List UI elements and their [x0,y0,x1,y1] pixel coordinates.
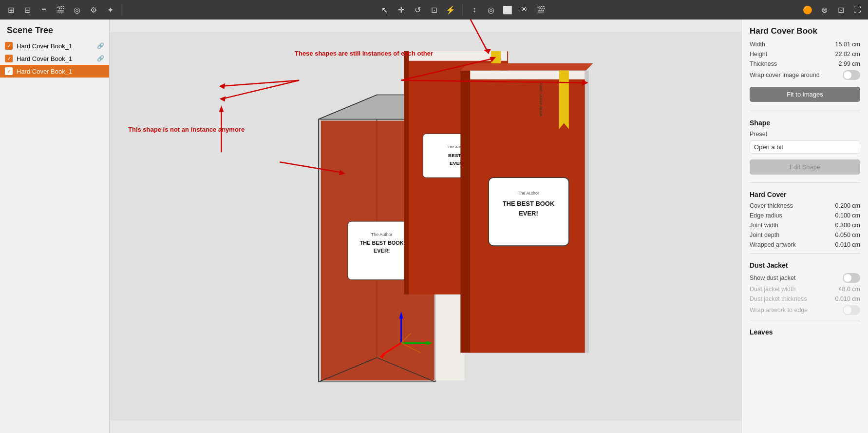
toolbar-close-icon[interactable]: ⊗ [817,3,831,17]
height-label: Height [750,51,767,58]
dust-jacket-thickness-value: 0.010 cm [835,295,860,302]
scene-tree-title: Scene Tree [0,20,109,39]
toolbar-orbit-icon[interactable]: ◎ [484,3,498,17]
toolbar-menu-icon[interactable]: ≡ [37,3,51,17]
main-content: Scene Tree Hard Cover Book_1 🔗 Hard Cove… [0,20,868,433]
toolbar-light-icon[interactable]: ✦ [103,3,117,17]
dust-jacket-width-value: 48.0 cm [839,286,860,293]
edge-radius-row: Edge radius 0.100 cm [750,212,860,219]
item3-label: Hard Cover Book_1 [17,68,104,75]
wrap-artwork-edge-row: Wrap artwork to edge [750,305,860,315]
top-toolbar: ⊞ ⊟ ≡ 🎬 ◎ ⚙ ✦ ↖ ✛ ↺ ⊡ ⚡ ↕ ◎ ⬜ 👁 🎬 🟠 ⊗ ⊡ … [0,0,868,20]
joint-width-label: Joint width [750,222,778,229]
width-row: Width 15.01 cm [750,41,860,48]
preset-row: Preset [750,131,860,138]
svg-text:EVER!: EVER! [374,248,390,254]
wrap-artwork-edge-toggle[interactable] [843,305,860,315]
dust-jacket-width-label: Dust jacket width [750,286,795,293]
dust-jacket-thickness-label: Dust jacket thickness [750,295,807,302]
fit-images-button[interactable]: Fit to images [750,87,860,102]
canvas-area[interactable]: These shapes are still instances of each… [110,20,741,433]
toolbar-sep1 [122,4,122,16]
preset-select[interactable]: Open a bit Closed Slightly open Fully op… [750,140,860,154]
cover-thickness-value: 0.200 cm [835,202,860,209]
scene-tree-item[interactable]: Hard Cover Book_1 🔗 [0,39,109,52]
toolbar-brand-icon[interactable]: 🟠 [801,3,814,17]
svg-text:THE BEST BOOK: THE BEST BOOK [503,200,555,207]
edge-radius-value: 0.100 cm [835,212,860,219]
toolbar-layout-icon[interactable]: ⊟ [20,3,34,17]
dust-jacket-thickness-row: Dust jacket thickness 0.010 cm [750,295,860,302]
cover-thickness-row: Cover thickness 0.200 cm [750,202,860,209]
wrap-cover-toggle[interactable] [843,70,860,80]
toolbar-target-icon[interactable]: ◎ [70,3,84,17]
edit-shape-button[interactable]: Edit Shape [750,159,860,175]
toolbar-move-icon[interactable]: ✛ [394,3,408,17]
toolbar-snap-icon[interactable]: ⚡ [444,3,457,17]
toolbar-eye-icon[interactable]: 👁 [517,3,531,17]
toolbar-camera-icon[interactable]: 🎬 [54,3,67,17]
left-panel: Scene Tree Hard Cover Book_1 🔗 Hard Cove… [0,20,110,433]
hard-cover-section-title: Hard Cover [750,191,860,198]
dust-jacket-section-title: Dust Jacket [750,261,860,269]
svg-text:THE BEST BOOK: THE BEST BOOK [360,240,404,246]
toolbar-scale-icon[interactable]: ⊡ [427,3,441,17]
show-dust-jacket-row: Show dust jacket [750,273,860,283]
show-dust-jacket-toggle[interactable] [843,273,860,283]
show-dust-jacket-label: Show dust jacket [750,275,796,281]
svg-rect-33 [460,71,470,353]
dust-jacket-width-row: Dust jacket width 48.0 cm [750,286,860,293]
wrapped-artwork-label: Wrapped artwork [750,241,796,248]
thickness-row: Thickness 2.99 cm [750,60,860,67]
svg-text:The Author: The Author [518,191,539,196]
divider2 [750,182,860,183]
divider3 [750,253,860,254]
wrapped-artwork-row: Wrapped artwork 0.010 cm [750,241,860,248]
wrap-cover-label: Wrap cover image around [750,72,820,79]
toolbar-settings-icon[interactable]: ⚙ [87,3,100,17]
preset-label: Preset [750,131,767,138]
scene-tree-item-selected[interactable]: Hard Cover Book_1 [0,65,109,78]
height-value: 22.02 cm [835,51,860,58]
item1-label: Hard Cover Book_1 [17,42,93,50]
toolbar-height-icon[interactable]: ↕ [468,3,481,17]
item3-checkbox[interactable] [5,67,13,75]
joint-depth-label: Joint depth [750,232,779,238]
toolbar-film-icon[interactable]: 🎬 [534,3,547,17]
thickness-value: 2.99 cm [839,60,860,67]
edge-radius-label: Edge radius [750,212,782,219]
item2-link-icon: 🔗 [97,55,104,62]
wrapped-artwork-value: 0.010 cm [835,241,860,248]
item1-link-icon: 🔗 [97,42,104,49]
joint-depth-value: 0.050 cm [835,232,860,238]
toolbar-select-icon[interactable]: ↖ [377,3,391,17]
item1-checkbox[interactable] [5,42,13,50]
thickness-label: Thickness [750,60,777,67]
leaves-section-title: Leaves [750,328,860,336]
divider4 [750,320,860,320]
wrap-cover-row: Wrap cover image around [750,70,860,80]
toolbar-right-group: 🟠 ⊗ ⊡ ⛶ [801,3,864,17]
svg-text:The Author: The Author [371,232,393,237]
toolbar-expand-icon[interactable]: ⛶ [850,3,864,17]
item2-checkbox[interactable] [5,55,13,62]
toolbar-view-icon[interactable]: ⬜ [501,3,514,17]
right-panel: Hard Cover Book Width 15.01 cm Height 22… [741,20,868,433]
svg-text:HARD COVER BOOK: HARD COVER BOOK [539,83,543,117]
svg-text:EVER!: EVER! [519,210,538,217]
toolbar-sep2 [462,4,463,16]
shape-section-title: Shape [750,119,860,127]
divider1 [750,111,860,111]
width-label: Width [750,41,765,48]
toolbar-window-icon[interactable]: ⊡ [834,3,848,17]
toolbar-center-group: ↖ ✛ ↺ ⊡ ⚡ ↕ ◎ ⬜ 👁 🎬 [127,3,798,17]
svg-rect-35 [585,71,589,353]
svg-marker-37 [559,71,569,129]
joint-depth-row: Joint depth 0.050 cm [750,232,860,238]
scene-tree-item[interactable]: Hard Cover Book_1 🔗 [0,52,109,65]
cover-thickness-label: Cover thickness [750,202,793,209]
svg-marker-34 [460,63,593,71]
toolbar-rotate-icon[interactable]: ↺ [411,3,424,17]
toolbar-grid-icon[interactable]: ⊞ [4,3,18,17]
svg-rect-24 [404,51,409,295]
